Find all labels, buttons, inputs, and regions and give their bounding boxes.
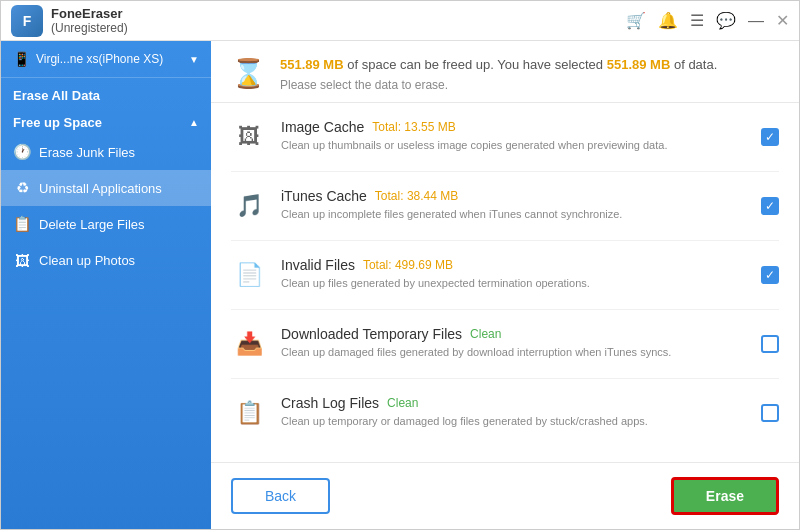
info-main-text: 551.89 MB of space can be freed up. You … [280,55,717,75]
hourglass-icon: ⌛ [231,57,266,90]
image-cache-title: Image Cache Total: 13.55 MB [281,119,747,135]
cart-icon[interactable]: 🛒 [626,11,646,30]
app-logo: F [11,5,43,37]
device-selector[interactable]: 📱 Virgi...ne xs(iPhone XS) ▼ [1,41,211,78]
footer: Back Erase [211,462,799,529]
main-layout: 📱 Virgi...ne xs(iPhone XS) ▼ Erase All D… [1,41,799,529]
sidebar-item-label: Clean up Photos [39,253,135,268]
photos-icon: 🖼 [13,251,31,269]
list-item: 📥 Downloaded Temporary Files Clean Clean… [231,310,779,379]
image-cache-details: Image Cache Total: 13.55 MB Clean up thu… [281,119,747,153]
minimize-icon[interactable]: — [748,12,764,30]
sidebar: 📱 Virgi...ne xs(iPhone XS) ▼ Erase All D… [1,41,211,529]
sidebar-item-uninstall[interactable]: ♻ Uninstall Applications [1,170,211,206]
crash-log-checkbox[interactable] [761,404,779,422]
invalid-files-title: Invalid Files Total: 499.69 MB [281,257,747,273]
info-text-post: of space can be freed up. You have selec… [347,57,606,72]
sidebar-item-cleanup-photos[interactable]: 🖼 Clean up Photos [1,242,211,278]
downloaded-temp-icon: 📥 [231,326,267,362]
uninstall-icon: ♻ [13,179,31,197]
info-bar: ⌛ 551.89 MB of space can be freed up. Yo… [211,41,799,103]
selected-amount: 551.89 MB [607,57,671,72]
sidebar-item-label: Delete Large Files [39,217,145,232]
crash-log-title: Crash Log Files Clean [281,395,747,411]
sidebar-item-erase-junk[interactable]: 🕐 Erase Junk Files [1,134,211,170]
sidebar-item-label: Uninstall Applications [39,181,162,196]
chat-icon[interactable]: 💬 [716,11,736,30]
image-cache-total: Total: 13.55 MB [372,120,455,134]
list-item: 🎵 iTunes Cache Total: 38.44 MB Clean up … [231,172,779,241]
crash-log-desc: Clean up temporary or damaged log files … [281,414,747,429]
free-section-label: Free up Space ▲ [1,107,211,134]
sidebar-item-label: Erase Junk Files [39,145,135,160]
itunes-cache-desc: Clean up incomplete files generated when… [281,207,747,222]
back-button[interactable]: Back [231,478,330,514]
close-icon[interactable]: ✕ [776,11,789,30]
invalid-files-desc: Clean up files generated by unexpected t… [281,276,747,291]
device-arrow-icon: ▼ [189,54,199,65]
downloaded-temp-title: Downloaded Temporary Files Clean [281,326,747,342]
erase-section-label: Erase All Data [1,78,211,107]
crash-log-status: Clean [387,396,418,410]
info-text-end: of data. [674,57,717,72]
title-bar-right: 🛒 🔔 ☰ 💬 — ✕ [626,11,789,30]
list-item: 🖼 Image Cache Total: 13.55 MB Clean up t… [231,103,779,172]
notification-icon[interactable]: 🔔 [658,11,678,30]
junk-icon: 🕐 [13,143,31,161]
invalid-files-total: Total: 499.69 MB [363,258,453,272]
title-bar: F FoneEraser (Unregistered) 🛒 🔔 ☰ 💬 — ✕ [1,1,799,41]
free-section-chevron: ▲ [189,117,199,128]
downloaded-temp-status: Clean [470,327,501,341]
image-cache-icon: 🖼 [231,119,267,155]
itunes-cache-title: iTunes Cache Total: 38.44 MB [281,188,747,204]
image-cache-checkbox[interactable] [761,128,779,146]
invalid-files-checkbox[interactable] [761,266,779,284]
space-amount: 551.89 MB [280,57,344,72]
crash-log-details: Crash Log Files Clean Clean up temporary… [281,395,747,429]
invalid-files-icon: 📄 [231,257,267,293]
list-item: 📋 Crash Log Files Clean Clean up tempora… [231,379,779,447]
itunes-cache-details: iTunes Cache Total: 38.44 MB Clean up in… [281,188,747,222]
app-name: FoneEraser (Unregistered) [51,6,128,35]
itunes-cache-icon: 🎵 [231,188,267,224]
menu-icon[interactable]: ☰ [690,11,704,30]
info-sub-text: Please select the data to erase. [280,78,717,92]
downloaded-temp-checkbox[interactable] [761,335,779,353]
info-text-block: 551.89 MB of space can be freed up. You … [280,55,717,92]
downloaded-temp-details: Downloaded Temporary Files Clean Clean u… [281,326,747,360]
device-name: Virgi...ne xs(iPhone XS) [36,52,183,66]
large-files-icon: 📋 [13,215,31,233]
list-item: 📄 Invalid Files Total: 499.69 MB Clean u… [231,241,779,310]
app-window: F FoneEraser (Unregistered) 🛒 🔔 ☰ 💬 — ✕ … [0,0,800,530]
itunes-cache-checkbox[interactable] [761,197,779,215]
invalid-files-details: Invalid Files Total: 499.69 MB Clean up … [281,257,747,291]
content-area: ⌛ 551.89 MB of space can be freed up. Yo… [211,41,799,529]
itunes-cache-total: Total: 38.44 MB [375,189,458,203]
device-icon: 📱 [13,51,30,67]
downloaded-temp-desc: Clean up damaged files generated by down… [281,345,747,360]
image-cache-desc: Clean up thumbnails or useless image cop… [281,138,747,153]
erase-button[interactable]: Erase [671,477,779,515]
crash-log-icon: 📋 [231,395,267,431]
title-bar-left: F FoneEraser (Unregistered) [11,5,128,37]
sidebar-item-delete-large[interactable]: 📋 Delete Large Files [1,206,211,242]
items-list: 🖼 Image Cache Total: 13.55 MB Clean up t… [211,103,799,463]
